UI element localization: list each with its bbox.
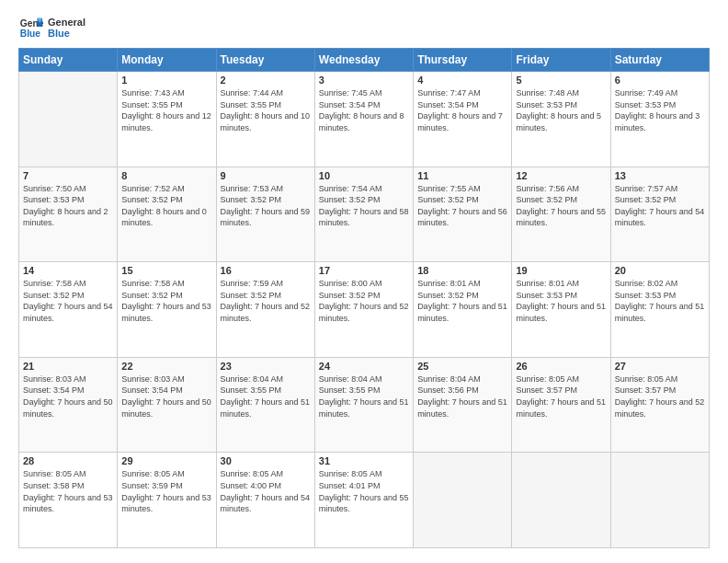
sunrise-label: Sunrise: 8:00 AM xyxy=(319,279,382,288)
calendar-cell: 14 Sunrise: 7:58 AM Sunset: 3:52 PM Dayl… xyxy=(19,262,118,358)
sunset-label: Sunset: 3:52 PM xyxy=(417,291,479,300)
sunrise-label: Sunrise: 8:03 AM xyxy=(121,374,185,384)
calendar-cell xyxy=(610,453,709,548)
week-row-1: 1 Sunrise: 7:43 AM Sunset: 3:55 PM Dayli… xyxy=(19,72,710,167)
weekday-tuesday: Tuesday xyxy=(216,49,314,72)
sunrise-label: Sunrise: 7:47 AM xyxy=(417,88,481,98)
daylight-label: Daylight: 8 hours and 3 minutes. xyxy=(615,111,700,132)
week-row-3: 14 Sunrise: 7:58 AM Sunset: 3:52 PM Dayl… xyxy=(19,262,710,358)
daylight-label: Daylight: 7 hours and 52 minutes. xyxy=(615,397,705,419)
day-number: 6 xyxy=(615,75,705,86)
daylight-label: Daylight: 7 hours and 52 minutes. xyxy=(319,302,409,323)
sunset-label: Sunset: 3:59 PM xyxy=(121,481,183,490)
daylight-label: Daylight: 8 hours and 2 minutes. xyxy=(23,207,108,228)
sunrise-label: Sunrise: 8:05 AM xyxy=(221,469,284,478)
day-info: Sunrise: 8:02 AM Sunset: 3:53 PM Dayligh… xyxy=(615,278,705,324)
day-info: Sunrise: 7:58 AM Sunset: 3:52 PM Dayligh… xyxy=(121,278,211,324)
daylight-label: Daylight: 8 hours and 7 minutes. xyxy=(417,111,503,132)
svg-text:Blue: Blue xyxy=(20,29,41,39)
calendar-cell: 7 Sunrise: 7:50 AM Sunset: 3:53 PM Dayli… xyxy=(19,167,118,262)
daylight-label: Daylight: 7 hours and 51 minutes. xyxy=(417,302,507,323)
day-number: 16 xyxy=(221,265,311,276)
day-number: 8 xyxy=(121,170,211,181)
day-number: 24 xyxy=(319,361,409,372)
daylight-label: Daylight: 7 hours and 51 minutes. xyxy=(516,397,606,419)
day-info: Sunrise: 8:03 AM Sunset: 3:54 PM Dayligh… xyxy=(23,373,113,419)
sunset-label: Sunset: 3:52 PM xyxy=(417,195,479,204)
sunrise-label: Sunrise: 8:04 AM xyxy=(319,374,382,384)
calendar-cell: 9 Sunrise: 7:53 AM Sunset: 3:52 PM Dayli… xyxy=(216,167,314,262)
day-info: Sunrise: 8:03 AM Sunset: 3:54 PM Dayligh… xyxy=(121,373,211,419)
day-info: Sunrise: 7:47 AM Sunset: 3:54 PM Dayligh… xyxy=(417,87,507,133)
day-info: Sunrise: 7:56 AM Sunset: 3:52 PM Dayligh… xyxy=(516,183,606,229)
calendar-cell: 4 Sunrise: 7:47 AM Sunset: 3:54 PM Dayli… xyxy=(414,72,512,167)
day-info: Sunrise: 8:01 AM Sunset: 3:53 PM Dayligh… xyxy=(516,278,606,324)
sunset-label: Sunset: 3:55 PM xyxy=(121,100,183,109)
day-number: 20 xyxy=(615,265,705,276)
sunset-label: Sunset: 3:55 PM xyxy=(319,385,381,395)
daylight-label: Daylight: 7 hours and 51 minutes. xyxy=(221,397,311,419)
day-info: Sunrise: 8:04 AM Sunset: 3:56 PM Dayligh… xyxy=(417,373,507,419)
calendar-cell: 25 Sunrise: 8:04 AM Sunset: 3:56 PM Dayl… xyxy=(414,357,512,453)
calendar-cell: 8 Sunrise: 7:52 AM Sunset: 3:52 PM Dayli… xyxy=(118,167,216,262)
logo-icon: General Blue xyxy=(18,15,44,40)
sunrise-label: Sunrise: 7:56 AM xyxy=(516,184,579,193)
sunrise-label: Sunrise: 8:01 AM xyxy=(417,279,481,288)
sunset-label: Sunset: 3:54 PM xyxy=(319,100,381,109)
sunrise-label: Sunrise: 8:01 AM xyxy=(516,279,579,288)
sunset-label: Sunset: 3:52 PM xyxy=(121,291,183,300)
day-number: 7 xyxy=(23,170,113,181)
daylight-label: Daylight: 7 hours and 52 minutes. xyxy=(221,302,311,323)
page: General Blue General Blue SundayMondayTu… xyxy=(0,0,728,563)
sunrise-label: Sunrise: 8:05 AM xyxy=(319,469,382,478)
calendar-cell: 2 Sunrise: 7:44 AM Sunset: 3:55 PM Dayli… xyxy=(216,72,314,167)
daylight-label: Daylight: 8 hours and 5 minutes. xyxy=(516,111,601,132)
calendar-cell: 19 Sunrise: 8:01 AM Sunset: 3:53 PM Dayl… xyxy=(512,262,610,358)
sunrise-label: Sunrise: 7:48 AM xyxy=(516,88,579,98)
calendar: SundayMondayTuesdayWednesdayThursdayFrid… xyxy=(18,48,710,548)
calendar-cell: 30 Sunrise: 8:05 AM Sunset: 4:00 PM Dayl… xyxy=(216,453,314,548)
daylight-label: Daylight: 7 hours and 54 minutes. xyxy=(23,302,113,323)
calendar-cell: 31 Sunrise: 8:05 AM Sunset: 4:01 PM Dayl… xyxy=(314,453,413,548)
day-info: Sunrise: 8:00 AM Sunset: 3:52 PM Dayligh… xyxy=(319,278,409,324)
day-number: 31 xyxy=(319,455,409,466)
header: General Blue General Blue xyxy=(18,15,710,40)
day-number: 10 xyxy=(319,170,409,181)
day-info: Sunrise: 7:49 AM Sunset: 3:53 PM Dayligh… xyxy=(615,87,705,133)
sunrise-label: Sunrise: 7:49 AM xyxy=(615,88,678,98)
weekday-monday: Monday xyxy=(118,49,216,72)
daylight-label: Daylight: 8 hours and 8 minutes. xyxy=(319,111,404,132)
daylight-label: Daylight: 7 hours and 51 minutes. xyxy=(417,397,507,419)
day-info: Sunrise: 8:04 AM Sunset: 3:55 PM Dayligh… xyxy=(319,373,409,419)
sunrise-label: Sunrise: 7:45 AM xyxy=(319,88,382,98)
week-row-4: 21 Sunrise: 8:03 AM Sunset: 3:54 PM Dayl… xyxy=(19,357,710,453)
daylight-label: Daylight: 7 hours and 51 minutes. xyxy=(615,302,705,323)
sunset-label: Sunset: 3:53 PM xyxy=(516,291,577,300)
sunset-label: Sunset: 4:00 PM xyxy=(221,481,282,490)
day-number: 1 xyxy=(121,75,211,86)
daylight-label: Daylight: 7 hours and 59 minutes. xyxy=(221,207,311,228)
day-info: Sunrise: 8:05 AM Sunset: 3:57 PM Dayligh… xyxy=(516,373,606,419)
daylight-label: Daylight: 8 hours and 12 minutes. xyxy=(121,111,211,132)
calendar-cell: 6 Sunrise: 7:49 AM Sunset: 3:53 PM Dayli… xyxy=(610,72,709,167)
daylight-label: Daylight: 7 hours and 55 minutes. xyxy=(516,207,606,228)
sunrise-label: Sunrise: 7:53 AM xyxy=(221,184,284,193)
daylight-label: Daylight: 7 hours and 54 minutes. xyxy=(221,493,311,514)
week-row-5: 28 Sunrise: 8:05 AM Sunset: 3:58 PM Dayl… xyxy=(19,453,710,548)
sunset-label: Sunset: 3:53 PM xyxy=(615,100,677,109)
weekday-header-row: SundayMondayTuesdayWednesdayThursdayFrid… xyxy=(19,49,710,72)
daylight-label: Daylight: 7 hours and 51 minutes. xyxy=(319,397,409,419)
daylight-label: Daylight: 7 hours and 51 minutes. xyxy=(516,302,606,323)
day-number: 19 xyxy=(516,265,606,276)
day-info: Sunrise: 8:05 AM Sunset: 3:58 PM Dayligh… xyxy=(23,468,113,514)
weekday-sunday: Sunday xyxy=(19,49,118,72)
day-number: 21 xyxy=(23,361,113,372)
sunrise-label: Sunrise: 7:57 AM xyxy=(615,184,678,193)
sunrise-label: Sunrise: 7:54 AM xyxy=(319,184,382,193)
sunset-label: Sunset: 3:52 PM xyxy=(319,291,381,300)
day-number: 27 xyxy=(615,361,705,372)
calendar-cell: 16 Sunrise: 7:59 AM Sunset: 3:52 PM Dayl… xyxy=(216,262,314,358)
sunrise-label: Sunrise: 7:59 AM xyxy=(221,279,284,288)
sunrise-label: Sunrise: 8:05 AM xyxy=(23,469,86,478)
day-number: 11 xyxy=(417,170,507,181)
